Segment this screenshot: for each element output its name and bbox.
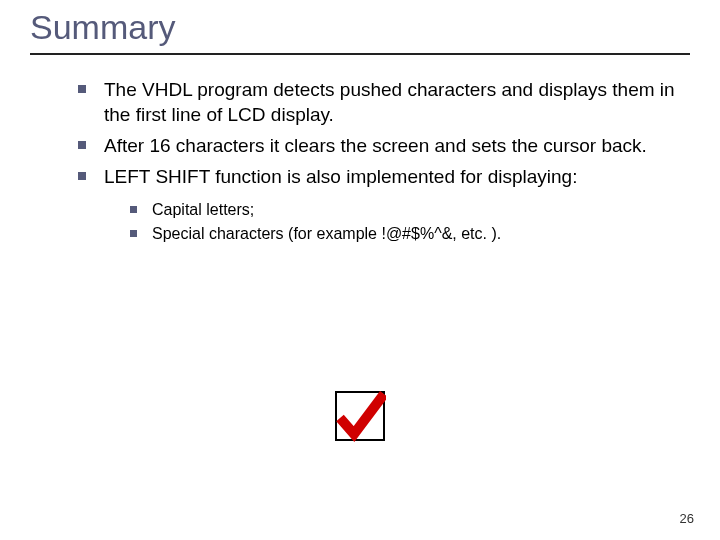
sub-bullet-list: Capital letters; Special characters (for… (130, 199, 690, 244)
slide: Summary The VHDL program detects pushed … (0, 0, 720, 540)
list-item: After 16 characters it clears the screen… (78, 133, 690, 158)
list-item: Special characters (for example !@#$%^&,… (130, 223, 690, 245)
checkmark-icon (334, 390, 386, 446)
slide-title: Summary (30, 8, 690, 47)
list-item: The VHDL program detects pushed characte… (78, 77, 690, 127)
list-item: LEFT SHIFT function is also implemented … (78, 164, 690, 189)
list-item: Capital letters; (130, 199, 690, 221)
page-number: 26 (680, 511, 694, 526)
bullet-list: The VHDL program detects pushed characte… (78, 77, 690, 189)
title-rule (30, 53, 690, 55)
